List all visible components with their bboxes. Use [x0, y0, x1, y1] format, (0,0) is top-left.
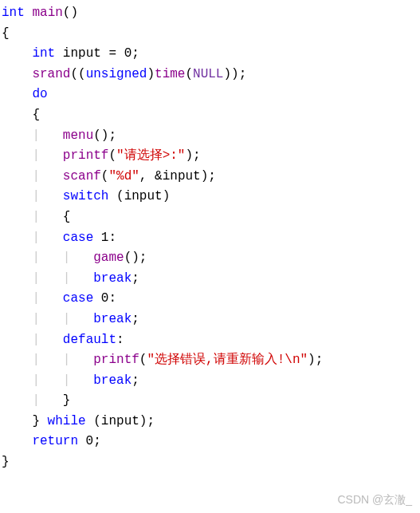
paren: );	[139, 414, 155, 428]
semi: ;	[131, 271, 139, 286]
keyword-break: break	[93, 373, 131, 388]
comma: , &	[139, 169, 163, 183]
var-input: input	[101, 414, 139, 428]
func-printf: printf	[93, 353, 139, 367]
keyword-int: int	[32, 46, 55, 61]
semi: ;	[131, 46, 139, 61]
code-block: int main() { int input = 0; srand((unsig…	[0, 0, 420, 476]
paren: )	[163, 189, 171, 203]
paren: );	[308, 353, 323, 367]
semi: ;	[93, 434, 101, 448]
paren: (	[108, 189, 124, 203]
paren: (	[101, 169, 109, 183]
brace-open: {	[63, 210, 71, 224]
paren: (	[86, 414, 101, 428]
keyword-case: case	[63, 231, 93, 245]
var-input: input	[124, 189, 163, 203]
num: 0	[124, 46, 132, 61]
paren: )	[147, 67, 155, 81]
keyword-do: do	[32, 87, 47, 101]
paren: ));	[223, 67, 246, 81]
keyword-default: default	[63, 333, 116, 347]
keyword-while: while	[40, 414, 86, 428]
func-game: game	[93, 251, 124, 265]
keyword-break: break	[93, 312, 131, 326]
func-time: time	[155, 67, 185, 81]
brace-open: {	[32, 108, 40, 122]
paren: );	[185, 148, 200, 163]
semi: ;	[131, 312, 139, 326]
watermark: CSDN @玄澈_	[337, 491, 412, 508]
const-null: NULL	[193, 67, 223, 81]
colon: :	[116, 333, 124, 347]
paren: ();	[124, 251, 147, 265]
string: "	[300, 353, 308, 367]
num: 0	[78, 434, 93, 448]
parens: ()	[63, 6, 78, 20]
func-printf: printf	[63, 148, 109, 163]
paren: );	[201, 169, 216, 183]
func-main: main	[32, 6, 62, 20]
paren: (	[185, 67, 193, 81]
brace-close: }	[32, 414, 40, 428]
func-scanf: scanf	[63, 169, 101, 183]
var-input: input	[63, 46, 101, 61]
brace-close: }	[63, 393, 71, 408]
num: 1	[93, 231, 108, 245]
brace-open: {	[2, 26, 10, 41]
func-srand: srand	[32, 67, 70, 81]
keyword-int: int	[2, 6, 25, 20]
eq: =	[101, 46, 124, 61]
paren: (	[108, 148, 116, 163]
keyword-return: return	[32, 434, 78, 448]
num: 0	[93, 291, 108, 306]
var-input: input	[163, 169, 201, 183]
colon: :	[108, 231, 116, 245]
func-menu: menu	[63, 128, 93, 143]
keyword-break: break	[93, 271, 131, 286]
paren: ();	[93, 128, 116, 143]
string: "%d"	[108, 169, 139, 183]
string: "请选择>:"	[116, 148, 185, 163]
paren: ((	[70, 67, 85, 81]
keyword-case: case	[63, 291, 93, 306]
keyword-unsigned: unsigned	[86, 67, 147, 81]
brace-close: }	[2, 455, 10, 469]
string: "选择错误,请重新输入!	[147, 353, 285, 367]
escape-n: \n	[285, 353, 300, 367]
colon: :	[108, 291, 116, 306]
semi: ;	[131, 373, 139, 388]
keyword-switch: switch	[63, 189, 109, 203]
